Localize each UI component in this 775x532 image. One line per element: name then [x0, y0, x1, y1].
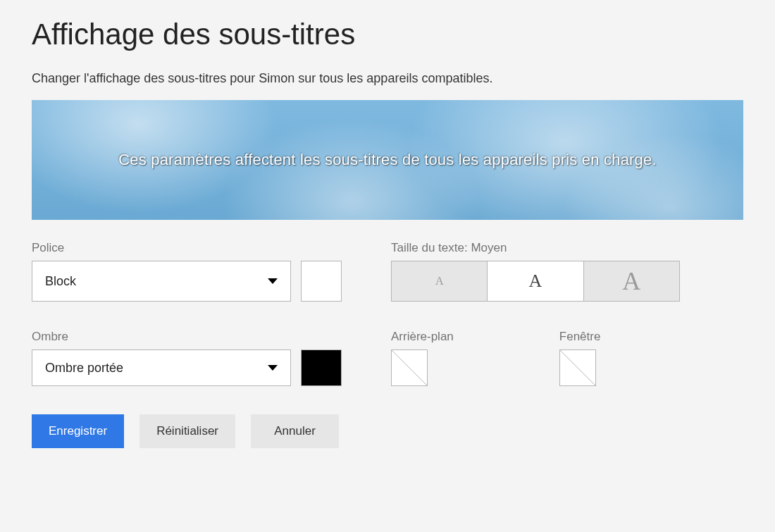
subtitle-preview: Ces paramètres affectent les sous-titres… — [32, 100, 743, 220]
police-color-swatch[interactable] — [301, 261, 342, 302]
size-glyph-large: A — [622, 266, 640, 296]
taille-label: Taille du texte: Moyen — [391, 241, 743, 255]
ombre-select[interactable]: Ombre portée — [32, 349, 291, 386]
save-button[interactable]: Enregistrer — [32, 414, 124, 448]
text-size-medium[interactable]: A — [488, 261, 583, 301]
reset-button[interactable]: Réinitialiser — [140, 414, 235, 448]
text-size-small[interactable]: A — [392, 261, 488, 301]
police-select[interactable]: Block — [32, 261, 291, 302]
ombre-select-value: Ombre portée — [45, 361, 123, 376]
arriere-plan-label: Arrière-plan — [391, 330, 454, 344]
arriere-plan-group: Arrière-plan — [391, 330, 454, 386]
police-label: Police — [32, 241, 342, 255]
police-select-value: Block — [45, 274, 76, 289]
page-title: Affichage des sous-titres — [32, 18, 743, 51]
text-size-large[interactable]: A — [584, 261, 679, 301]
size-glyph-small: A — [435, 275, 444, 287]
cancel-button[interactable]: Annuler — [251, 414, 339, 448]
ombre-color-swatch[interactable] — [301, 349, 342, 386]
caret-down-icon — [268, 365, 278, 371]
fenetre-swatch[interactable] — [559, 349, 596, 386]
fenetre-group: Fenêtre — [559, 330, 601, 386]
page-description: Changer l'affichage des sous-titres pour… — [32, 71, 743, 86]
text-size-group: A A A — [391, 261, 680, 302]
arriere-plan-swatch[interactable] — [391, 349, 428, 386]
ombre-label: Ombre — [32, 330, 342, 344]
fenetre-label: Fenêtre — [559, 330, 601, 344]
size-glyph-medium: A — [529, 271, 542, 292]
action-buttons: Enregistrer Réinitialiser Annuler — [32, 414, 743, 448]
caret-down-icon — [268, 278, 278, 284]
subtitle-preview-text: Ces paramètres affectent les sous-titres… — [118, 149, 657, 171]
